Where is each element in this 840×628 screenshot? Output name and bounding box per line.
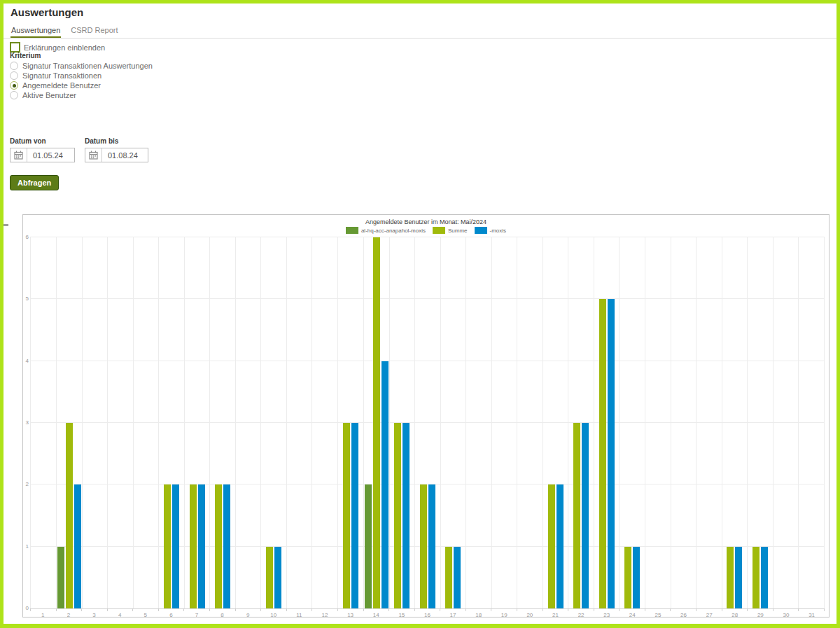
bar xyxy=(599,299,606,608)
day-slot xyxy=(363,237,389,608)
day-slot xyxy=(619,237,645,608)
day-slot xyxy=(517,237,542,608)
y-axis: 0123456 xyxy=(23,237,29,608)
x-tick xyxy=(773,608,799,611)
x-tick xyxy=(363,608,389,611)
date-to-label: Datum bis xyxy=(85,137,148,145)
x-tick xyxy=(337,608,363,611)
bar xyxy=(343,423,350,608)
bar xyxy=(266,547,273,608)
bar xyxy=(66,423,73,608)
x-tick xyxy=(491,608,517,611)
y-tick-label: 6 xyxy=(26,235,29,240)
calendar-icon[interactable] xyxy=(10,148,27,162)
x-tick xyxy=(414,608,440,611)
bar xyxy=(582,423,589,608)
x-tick xyxy=(183,608,209,611)
x-tick xyxy=(312,608,337,611)
x-tick-label: 5 xyxy=(132,612,158,618)
day-slot xyxy=(312,237,337,608)
legend-label: -moxis xyxy=(490,228,507,234)
x-tick xyxy=(260,608,286,611)
radio-icon[interactable] xyxy=(10,91,18,99)
x-tick xyxy=(286,608,312,611)
x-tick xyxy=(517,608,542,611)
radio-option-aktive-benutzer[interactable]: Aktive Benutzer xyxy=(10,90,153,100)
day-slot xyxy=(82,237,108,608)
day-slot xyxy=(465,237,491,608)
x-tick xyxy=(440,608,465,611)
x-tick-label: 9 xyxy=(235,612,261,618)
day-slot xyxy=(798,237,825,608)
bar xyxy=(761,547,768,608)
y-tick-label: 0 xyxy=(26,606,29,611)
date-row: Datum von 01.05.24 xyxy=(10,137,148,162)
radio-option-angemeldete-benutzer[interactable]: Angemeldete Benutzer xyxy=(10,81,153,90)
day-slot xyxy=(568,237,594,608)
radio-icon[interactable] xyxy=(10,62,18,70)
x-tick-label: 11 xyxy=(286,612,312,618)
x-tick xyxy=(56,608,82,611)
x-tick-label: 12 xyxy=(312,612,338,618)
day-slot xyxy=(30,237,56,608)
calendar-icon[interactable] xyxy=(85,148,102,162)
day-slot xyxy=(671,237,696,608)
bar xyxy=(373,237,380,608)
date-from-label: Datum von xyxy=(10,137,75,145)
x-tick xyxy=(158,608,184,611)
x-tick xyxy=(388,608,414,611)
bar xyxy=(727,547,734,608)
day-slot xyxy=(696,237,722,608)
chart-area: 0123456 12345678910111213141516171819202… xyxy=(30,237,825,617)
bar xyxy=(164,484,171,608)
radio-icon[interactable] xyxy=(10,71,18,80)
bar xyxy=(420,484,427,608)
x-tick xyxy=(619,608,645,611)
y-tick-label: 4 xyxy=(26,358,29,364)
left-edge-scroll-artifact xyxy=(4,224,8,226)
radio-option-signatur-transaktionen-auswertungen[interactable]: Signatur Transaktionen Auswertungen xyxy=(10,61,153,71)
x-tick-label: 31 xyxy=(799,612,825,618)
day-slot xyxy=(235,237,261,608)
x-tick xyxy=(798,608,825,611)
x-tick xyxy=(542,608,568,611)
bar xyxy=(215,484,222,608)
radio-icon[interactable] xyxy=(10,81,18,90)
x-tick-label: 24 xyxy=(620,612,645,618)
day-slot xyxy=(645,237,671,608)
day-slot xyxy=(722,237,748,608)
legend-swatch xyxy=(433,227,445,234)
tab-csrd-report[interactable]: CSRD Report xyxy=(70,26,118,38)
bar xyxy=(365,484,372,608)
x-tick-label: 3 xyxy=(81,612,107,618)
day-slot xyxy=(184,237,210,608)
date-from-value[interactable]: 01.05.24 xyxy=(27,151,69,160)
bar xyxy=(445,547,452,608)
date-to-input[interactable]: 01.08.24 xyxy=(85,148,148,162)
radio-label: Signatur Transaktionen Auswertungen xyxy=(22,62,153,70)
x-tick-label: 2 xyxy=(56,612,82,618)
legend-label: al-hq-acc-anapahol-moxis xyxy=(361,228,426,234)
abfragen-button[interactable]: Abfragen xyxy=(10,175,59,190)
x-tick xyxy=(30,608,56,611)
chart-plot xyxy=(30,237,825,609)
bar xyxy=(382,361,388,608)
page-title: Auswertungen xyxy=(10,6,83,18)
legend-item: al-hq-acc-anapahol-moxis xyxy=(346,227,426,234)
bar xyxy=(608,299,615,608)
day-slot xyxy=(337,237,363,608)
bar xyxy=(172,484,179,608)
erklaerungen-checkbox[interactable] xyxy=(10,42,20,53)
radio-option-signatur-transaktionen[interactable]: Signatur Transaktionen xyxy=(10,71,153,81)
y-tick-label: 1 xyxy=(26,544,29,550)
bar xyxy=(556,484,564,608)
x-tick xyxy=(235,608,261,611)
x-tick xyxy=(81,608,107,611)
erklaerungen-checkbox-row[interactable]: Erklärungen einblenden xyxy=(10,42,105,53)
chart-title: Angemeldete Benutzer im Monat: Mai/2024 xyxy=(23,218,829,225)
x-tick xyxy=(465,608,491,611)
date-to-value[interactable]: 01.08.24 xyxy=(102,151,144,160)
tab-auswertungen[interactable]: Auswertungen xyxy=(10,26,61,38)
date-from-input[interactable]: 01.05.24 xyxy=(10,148,75,162)
y-tick-label: 3 xyxy=(26,420,29,426)
